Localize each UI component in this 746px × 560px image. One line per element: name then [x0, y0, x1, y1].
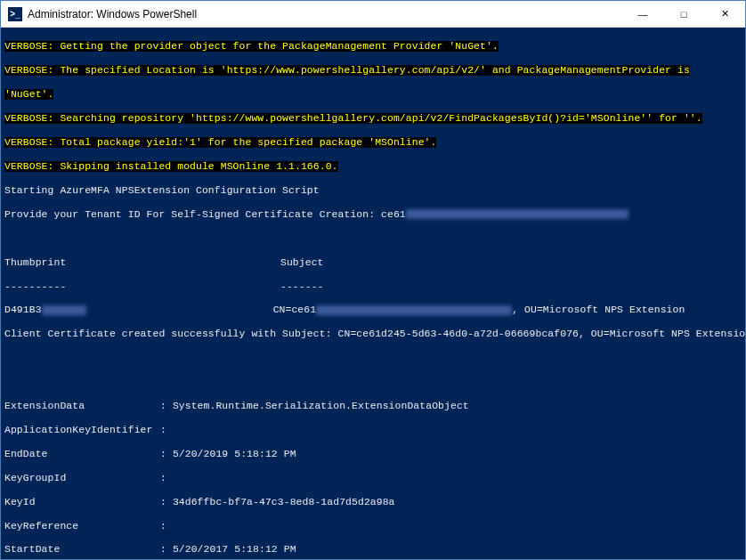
window-controls: ― □ ✕: [622, 1, 745, 28]
col-subject: Subject: [280, 257, 324, 268]
verbose-line: VERBOSE: The specified Location is 'http…: [4, 65, 690, 76]
col-div: -------: [280, 281, 324, 292]
col-thumbprint: Thumbprint: [4, 257, 280, 269]
prop-row: EndDate: 5/20/2019 5:18:12 PM: [4, 449, 742, 460]
titlebar: >_ Administrator: Windows PowerShell ― □…: [1, 1, 745, 28]
window-title: Administrator: Windows PowerShell: [28, 8, 622, 20]
prop-row: ExtensionData: System.Runtime.Serializat…: [4, 401, 742, 412]
verbose-line: 'NuGet'.: [4, 89, 53, 100]
verbose-line: VERBOSE: Getting the provider object for…: [4, 41, 499, 52]
thumbprint-value: D491B3: [4, 304, 42, 315]
table-header: ThumbprintSubject: [4, 257, 742, 269]
obfuscated-text: [406, 209, 628, 219]
prop-row: ApplicationKeyIdentifier:: [4, 425, 742, 436]
table-divider: -----------------: [4, 281, 742, 293]
table-row: D491B3CN=ce61, OU=Microsoft NPS Extensio…: [4, 304, 742, 316]
output-line: Starting AzureMFA NPSExtension Configura…: [4, 185, 742, 197]
terminal-output[interactable]: VERBOSE: Getting the provider object for…: [1, 28, 745, 559]
prop-value: 34d6ffbc-bf7a-47c3-8ed8-1ad7d5d2a98a: [173, 497, 395, 507]
output-line: Client Certificate created successfully …: [4, 329, 742, 340]
col-div: ----------: [4, 281, 280, 293]
output-line: Provide your Tenant ID For Self-Signed C…: [4, 209, 742, 221]
powershell-icon: >_: [8, 7, 22, 21]
prop-row: KeyGroupId:: [4, 473, 742, 484]
prop-value: System.Runtime.Serialization.ExtensionDa…: [173, 401, 469, 411]
subject-suffix: , OU=Microsoft NPS Extension: [512, 304, 685, 315]
verbose-line: VERBOSE: Total package yield:'1' for the…: [4, 137, 436, 148]
prop-value: 5/20/2017 5:18:12 PM: [173, 544, 296, 555]
prop-row: KeyReference:: [4, 521, 742, 532]
prop-row: KeyId: 34d6ffbc-bf7a-47c3-8ed8-1ad7d5d2a…: [4, 497, 742, 508]
minimize-button[interactable]: ―: [622, 1, 663, 28]
close-button[interactable]: ✕: [704, 1, 745, 28]
obfuscated-text: [316, 305, 512, 315]
maximize-button[interactable]: □: [663, 1, 704, 28]
verbose-line: VERBOSE: Searching repository 'https://w…: [4, 113, 702, 124]
prop-row: StartDate: 5/20/2017 5:18:12 PM: [4, 544, 742, 556]
subject-prefix: CN=ce61: [273, 304, 317, 315]
prop-value: 5/20/2019 5:18:12 PM: [173, 449, 296, 459]
tenant-prompt: Provide your Tenant ID For Self-Signed C…: [4, 209, 406, 220]
obfuscated-text: [42, 305, 86, 315]
verbose-line: VERBOSE: Skipping installed module MSOnl…: [4, 161, 338, 172]
